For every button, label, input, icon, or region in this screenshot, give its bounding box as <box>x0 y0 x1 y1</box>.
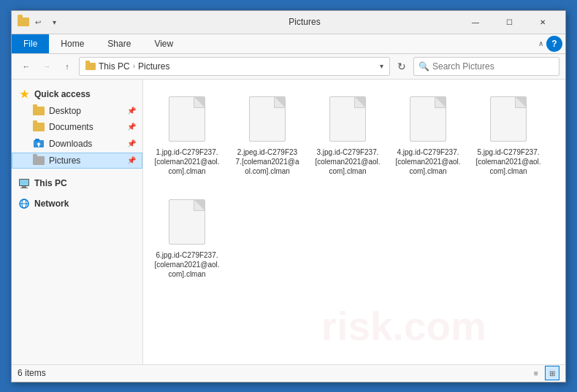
window-title: Pictures <box>209 17 400 27</box>
tab-share[interactable]: Share <box>96 34 142 53</box>
sidebar-label-quick-access: Quick access <box>34 89 91 99</box>
sidebar-item-documents[interactable]: Documents 📌 <box>12 119 142 135</box>
back-button[interactable]: ← <box>18 58 35 75</box>
file-name-5: 5.jpg.id-C279F237.[coleman2021@aol.com].… <box>475 147 541 176</box>
tab-view[interactable]: View <box>142 34 185 53</box>
file-icon-container-6 <box>165 196 209 247</box>
breadcrumb-folder-icon <box>85 63 96 70</box>
qat-undo-btn[interactable]: ↩ <box>32 16 44 28</box>
close-button[interactable]: ✕ <box>526 10 559 34</box>
search-input[interactable] <box>432 61 554 72</box>
content-wrapper: risk.com 1.jpg.id-C279F237.[coleman2021@… <box>143 80 565 364</box>
item-count-label: 6 items <box>18 368 46 378</box>
svg-rect-5 <box>20 180 28 185</box>
ribbon-tab-bar: File Home Share View ∧ ? <box>12 34 565 53</box>
file-name-3: 3.jpg.id-C279F237.[coleman2021@aol.com].… <box>315 147 381 176</box>
documents-pin-icon: 📌 <box>127 123 136 131</box>
documents-folder-icon <box>33 123 45 131</box>
star-icon: ★ <box>18 88 30 100</box>
tab-home[interactable]: Home <box>49 34 96 53</box>
file-icon-3 <box>329 96 366 142</box>
maximize-button[interactable]: ☐ <box>492 10 526 34</box>
file-name-1: 1.jpg.id-C279F237.[coleman2021@aol.com].… <box>154 147 220 176</box>
sidebar-label-network: Network <box>34 199 69 209</box>
svg-rect-3 <box>38 145 39 147</box>
pc-icon <box>18 177 30 189</box>
network-icon <box>18 198 30 210</box>
svg-rect-7 <box>20 188 28 188</box>
watermark: risk.com <box>321 303 486 350</box>
file-icon-container-1 <box>165 93 209 145</box>
refresh-button[interactable]: ↻ <box>393 58 410 75</box>
sidebar-item-network[interactable]: Network <box>12 195 142 212</box>
list-view-button[interactable]: ≡ <box>529 366 543 380</box>
file-icon-1 <box>169 96 205 142</box>
sidebar-label-documents: Documents <box>49 122 93 132</box>
title-bar-left: ↩ ▾ <box>18 16 209 28</box>
desktop-pin-icon: 📌 <box>127 107 136 115</box>
downloads-pin-icon: 📌 <box>127 139 136 147</box>
quick-access-toolbar: ↩ ▾ <box>32 16 60 28</box>
main-area: ★ Quick access Desktop 📌 Documents 📌 Dow… <box>12 80 565 364</box>
sidebar-item-downloads[interactable]: Downloads 📌 <box>12 135 142 153</box>
help-button[interactable]: ? <box>546 36 562 52</box>
file-item-6[interactable]: 6.jpg.id-C279F237.[coleman2021@aol.com].… <box>150 190 223 285</box>
breadcrumb-pictures[interactable]: Pictures <box>138 61 169 72</box>
window-controls: — ☐ ✕ <box>459 10 559 34</box>
file-name-4: 4.jpg.id-C279F237.[coleman2021@aol.com].… <box>395 147 461 176</box>
view-toggle-buttons: ≡ ⊞ <box>529 366 559 380</box>
grid-view-button[interactable]: ⊞ <box>545 366 559 380</box>
file-icon-4 <box>410 96 446 142</box>
sidebar: ★ Quick access Desktop 📌 Documents 📌 Dow… <box>12 80 143 364</box>
file-item-2[interactable]: 2.jpeg.id-C279F237.[coleman2021@aol.com]… <box>231 87 304 182</box>
file-item-4[interactable]: 4.jpg.id-C279F237.[coleman2021@aol.com].… <box>391 87 465 182</box>
svg-rect-6 <box>22 186 26 188</box>
sidebar-label-desktop: Desktop <box>49 106 81 116</box>
file-icon-container-3 <box>326 93 370 145</box>
content-area: 1.jpg.id-C279F237.[coleman2021@aol.com].… <box>143 80 565 293</box>
file-icon-container-4 <box>406 93 450 145</box>
search-bar[interactable]: 🔍 <box>413 57 559 76</box>
breadcrumb-this-pc[interactable]: This PC <box>99 61 130 72</box>
sidebar-item-desktop[interactable]: Desktop 📌 <box>12 103 142 119</box>
title-bar: ↩ ▾ Pictures — ☐ ✕ <box>12 11 565 34</box>
status-bar: 6 items ≡ ⊞ <box>12 364 565 382</box>
minimize-button[interactable]: — <box>459 10 492 34</box>
file-icon-container-5 <box>486 93 530 145</box>
sidebar-item-pictures[interactable]: Pictures 📌 <box>12 153 142 169</box>
file-grid: 1.jpg.id-C279F237.[coleman2021@aol.com].… <box>150 87 558 285</box>
sidebar-label-this-pc: This PC <box>34 178 67 188</box>
file-icon-2 <box>249 96 286 142</box>
file-icon-5 <box>490 96 527 142</box>
sidebar-item-this-pc[interactable]: This PC <box>12 174 142 192</box>
window-folder-icon <box>18 18 29 26</box>
forward-button[interactable]: → <box>38 58 56 75</box>
pictures-pin-icon: 📌 <box>127 156 136 164</box>
tab-file[interactable]: File <box>12 34 49 53</box>
sidebar-label-pictures: Pictures <box>49 155 80 166</box>
ribbon-collapse-btn[interactable]: ∧ <box>535 36 546 50</box>
file-item-1[interactable]: 1.jpg.id-C279F237.[coleman2021@aol.com].… <box>150 87 223 182</box>
ribbon-extra: ∧ ? <box>535 34 565 53</box>
file-icon-6 <box>169 199 205 245</box>
search-icon: 🔍 <box>419 61 429 72</box>
qat-properties-btn[interactable]: ▾ <box>48 16 60 28</box>
sidebar-label-downloads: Downloads <box>49 139 92 149</box>
file-name-2: 2.jpeg.id-C279F237.[coleman2021@aol.com]… <box>234 147 300 176</box>
explorer-window: ↩ ▾ Pictures — ☐ ✕ File Home Share View … <box>11 10 566 383</box>
sidebar-item-quick-access[interactable]: ★ Quick access <box>12 85 142 103</box>
pictures-folder-icon <box>33 156 45 165</box>
address-bar: ← → ↑ This PC › Pictures ▾ ↻ 🔍 <box>12 54 565 80</box>
file-name-6: 6.jpg.id-C279F237.[coleman2021@aol.com].… <box>154 250 220 279</box>
file-item-5[interactable]: 5.jpg.id-C279F237.[coleman2021@aol.com].… <box>472 87 545 182</box>
breadcrumb-separator-1: › <box>133 62 135 70</box>
breadcrumb-bar[interactable]: This PC › Pictures ▾ <box>79 57 390 76</box>
svg-rect-1 <box>35 139 39 141</box>
breadcrumb-expand-btn[interactable]: ▾ <box>380 62 383 70</box>
downloads-icon <box>33 138 45 150</box>
ribbon: File Home Share View ∧ ? <box>12 34 565 54</box>
file-icon-container-2 <box>245 93 289 145</box>
file-item-3[interactable]: 3.jpg.id-C279F237.[coleman2021@aol.com].… <box>311 87 384 182</box>
up-button[interactable]: ↑ <box>58 58 76 75</box>
desktop-folder-icon <box>33 107 45 115</box>
